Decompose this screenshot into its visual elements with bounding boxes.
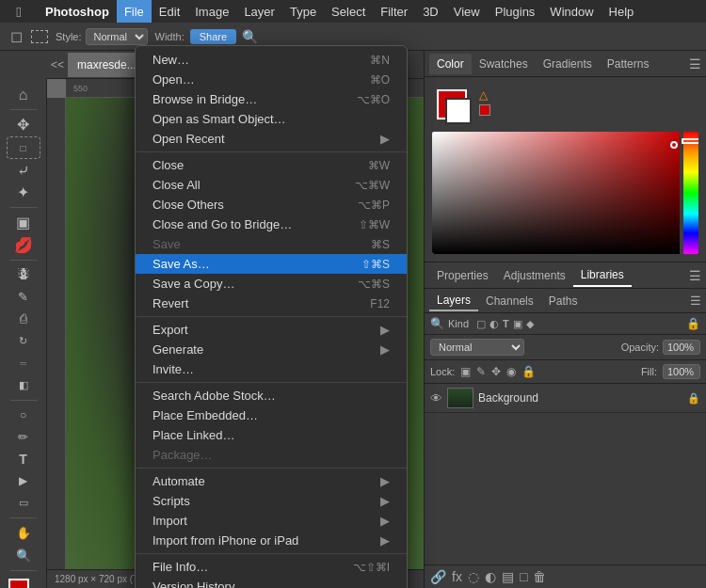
menu-version-history[interactable]: Version History [136, 577, 407, 588]
properties-panel-menu-icon[interactable]: ☰ [689, 268, 701, 283]
menu-browse-bridge[interactable]: Browse in Bridge… ⌥⌘O [136, 89, 407, 109]
color-panel-menu-icon[interactable]: ☰ [689, 56, 701, 72]
app-name[interactable]: Photoshop [38, 5, 117, 19]
menu-file-info[interactable]: File Info… ⌥⇧⌘I [136, 557, 407, 577]
layer-visibility-icon[interactable]: 👁 [430, 391, 442, 405]
path-select-tool[interactable]: ▶ [7, 471, 40, 491]
menu-type[interactable]: Type [282, 0, 324, 23]
stamp-tool[interactable]: ⎙ [7, 309, 40, 328]
filter-shape-icon[interactable]: ▣ [513, 318, 522, 330]
dodge-tool[interactable]: ○ [7, 405, 40, 424]
menu-file[interactable]: File [117, 0, 152, 23]
lock-position-icon[interactable]: ✥ [491, 365, 501, 378]
magic-wand-tool[interactable]: ✦ [7, 183, 40, 202]
menu-close-all[interactable]: Close All ⌥⌘W [136, 175, 407, 195]
move-tool[interactable]: ✥ [7, 115, 40, 135]
search-icon[interactable]: 🔍 [242, 29, 258, 44]
menu-new[interactable]: New… ⌘N [136, 50, 407, 70]
layer-item-background[interactable]: 👁 Background 🔒 [425, 384, 706, 413]
menu-open-recent[interactable]: Open Recent ▶ [136, 129, 407, 149]
menu-invite[interactable]: Invite… [136, 359, 407, 379]
color-boxes[interactable] [432, 85, 473, 126]
tab-color[interactable]: Color [429, 54, 472, 74]
collapse-arrows[interactable]: << [47, 51, 68, 78]
fill-value[interactable]: 100% [663, 364, 700, 379]
menu-save-copy[interactable]: Save a Copy… ⌥⌘S [136, 274, 407, 294]
menu-save-as[interactable]: Save As… ⇧⌘S [136, 254, 407, 274]
filter-smart-icon[interactable]: ◆ [526, 318, 534, 330]
marquee-tool[interactable]: □ [7, 136, 40, 158]
menu-plugins[interactable]: Plugins [488, 0, 543, 23]
eraser-tool[interactable]: ⎓ [7, 353, 40, 373]
lock-transparency-icon[interactable]: ▣ [460, 365, 471, 378]
history-brush-tool[interactable]: ↻ [7, 331, 40, 351]
link-layers-icon[interactable]: 🔗 [430, 569, 446, 584]
menu-revert[interactable]: Revert F12 [136, 294, 407, 313]
menu-window[interactable]: Window [542, 0, 601, 23]
menu-close[interactable]: Close ⌘W [136, 155, 407, 175]
blend-mode-select[interactable]: Normal [430, 339, 524, 356]
eyedropper-tool[interactable]: 💋 [7, 234, 40, 254]
tab-gradients[interactable]: Gradients [536, 54, 600, 74]
color-spectrum-bar[interactable] [683, 132, 698, 254]
gradient-selector-circle[interactable] [670, 141, 678, 149]
menu-layer[interactable]: Layer [236, 0, 282, 23]
pen-tool[interactable]: ✏ [7, 427, 40, 447]
tab-adjustments[interactable]: Adjustments [496, 265, 573, 286]
menu-open[interactable]: Open… ⌘O [136, 70, 407, 89]
lasso-tool[interactable]: ⤶ [7, 161, 40, 181]
add-group-icon[interactable]: ▤ [502, 569, 514, 584]
add-adjustment-icon[interactable]: ◐ [485, 569, 496, 584]
tab-properties[interactable]: Properties [429, 265, 496, 286]
menu-automate[interactable]: Automate ▶ [136, 471, 407, 491]
background-color-swatch[interactable] [445, 98, 472, 124]
add-mask-icon[interactable]: ◌ [468, 569, 479, 584]
crop-tool[interactable]: ▣ [7, 213, 40, 232]
menu-close-bridge[interactable]: Close and Go to Bridge… ⇧⌘W [136, 215, 407, 234]
filter-type-icon[interactable]: T [503, 318, 509, 330]
menu-view[interactable]: View [446, 0, 488, 23]
menu-export[interactable]: Export ▶ [136, 320, 407, 340]
filter-pixel-icon[interactable]: ▢ [476, 318, 486, 330]
spot-heal-tool[interactable]: ⛇ [7, 265, 40, 285]
layer-style-icon[interactable]: fx [452, 569, 462, 584]
tab-channels[interactable]: Channels [478, 292, 541, 310]
gradient-tool[interactable]: ◧ [7, 374, 40, 394]
foreground-color[interactable] [8, 579, 29, 588]
tab-patterns[interactable]: Patterns [600, 54, 657, 74]
menu-import-iphone[interactable]: Import from iPhone or iPad ▶ [136, 531, 407, 550]
lock-paint-icon[interactable]: ✎ [476, 365, 486, 378]
apple-menu[interactable]:  [0, 4, 38, 20]
lock-all-icon[interactable]: 🔒 [521, 365, 536, 378]
layers-panel-menu-icon[interactable]: ☰ [690, 294, 701, 308]
tab-layers[interactable]: Layers [429, 291, 478, 311]
menu-import[interactable]: Import ▶ [136, 511, 407, 531]
zoom-tool[interactable]: 🔍 [7, 545, 40, 564]
filter-lock-icon[interactable]: 🔒 [686, 317, 700, 330]
out-of-gamut-warning[interactable]: △ [479, 88, 490, 102]
hand-tool[interactable]: ✋ [7, 523, 40, 543]
text-tool[interactable]: T [7, 449, 40, 469]
menu-select[interactable]: Select [324, 0, 373, 23]
filter-adjust-icon[interactable]: ◐ [489, 318, 499, 330]
menu-search-stock[interactable]: Search Adobe Stock… [136, 386, 407, 405]
menu-generate[interactable]: Generate ▶ [136, 340, 407, 359]
menu-close-others[interactable]: Close Others ⌥⌘P [136, 195, 407, 215]
color-selector[interactable] [7, 579, 40, 588]
shape-tool[interactable]: ▭ [7, 493, 40, 513]
brush-tool[interactable]: ✎ [7, 287, 40, 307]
menu-help[interactable]: Help [602, 0, 642, 23]
share-button[interactable]: Share [190, 29, 236, 44]
add-layer-icon[interactable]: □ [520, 569, 527, 584]
menu-edit[interactable]: Edit [152, 0, 187, 23]
tab-paths[interactable]: Paths [541, 292, 586, 310]
home-tool[interactable]: ⌂ [7, 85, 40, 104]
spectrum-thumb[interactable] [682, 138, 698, 144]
opacity-value[interactable]: 100% [663, 340, 700, 355]
tab-swatches[interactable]: Swatches [472, 54, 536, 74]
lock-artboard-icon[interactable]: ◉ [506, 365, 516, 378]
menu-place-linked[interactable]: Place Linked… [136, 425, 407, 445]
menu-filter[interactable]: Filter [373, 0, 415, 23]
menu-scripts[interactable]: Scripts ▶ [136, 491, 407, 511]
delete-layer-icon[interactable]: 🗑 [533, 569, 546, 584]
